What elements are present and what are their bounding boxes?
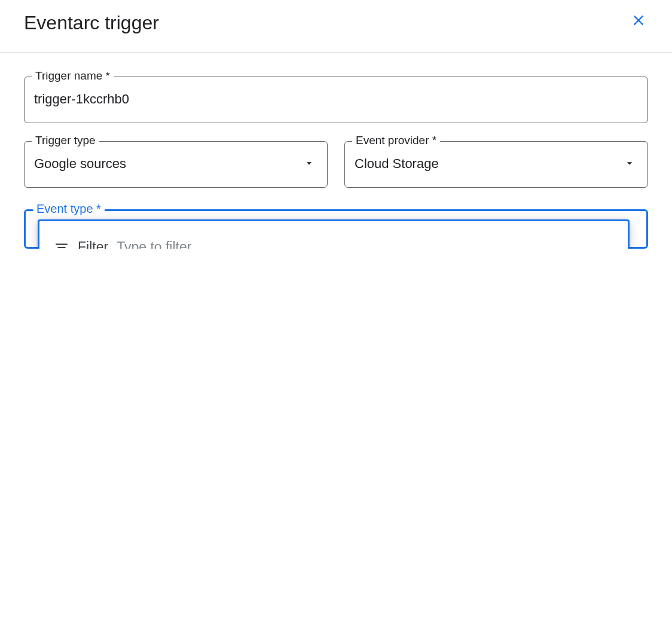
trigger-type-value: Google sources [34,152,317,172]
filter-label: Filter [78,239,108,249]
filter-placeholder: Type to filter [117,239,191,249]
chevron-down-icon [303,157,315,172]
trigger-name-field[interactable]: Trigger name * trigger-1kccrhb0 [24,77,648,123]
panel-header: Eventarc trigger [0,0,672,53]
close-button[interactable] [629,11,648,30]
panel-title: Eventarc trigger [24,12,159,34]
trigger-name-value: trigger-1kccrhb0 [34,88,638,107]
trigger-name-label: Trigger name * [32,69,114,83]
event-type-label: Event type * [33,202,105,216]
trigger-type-select[interactable]: Trigger type Google sources [24,141,328,188]
close-icon [630,12,647,29]
type-provider-row: Trigger type Google sources Event provid… [24,141,648,188]
event-type-dropdown: Filter Type to filter Direct google.clou… [38,219,630,249]
eventarc-trigger-panel: Eventarc trigger Trigger name * trigger-… [0,0,672,249]
chevron-down-icon [624,157,636,172]
event-provider-select[interactable]: Event provider * Cloud Storage [344,141,648,188]
event-provider-value: Cloud Storage [355,152,638,172]
dropdown-filter-input[interactable]: Filter Type to filter [38,219,630,249]
filter-icon [54,240,69,249]
trigger-type-label: Trigger type [32,134,99,147]
event-provider-label: Event provider * [352,134,440,147]
event-type-select[interactable]: Event type * Filter Type to filter Direc… [24,209,648,249]
panel-body: Trigger name * trigger-1kccrhb0 Trigger … [0,53,672,249]
